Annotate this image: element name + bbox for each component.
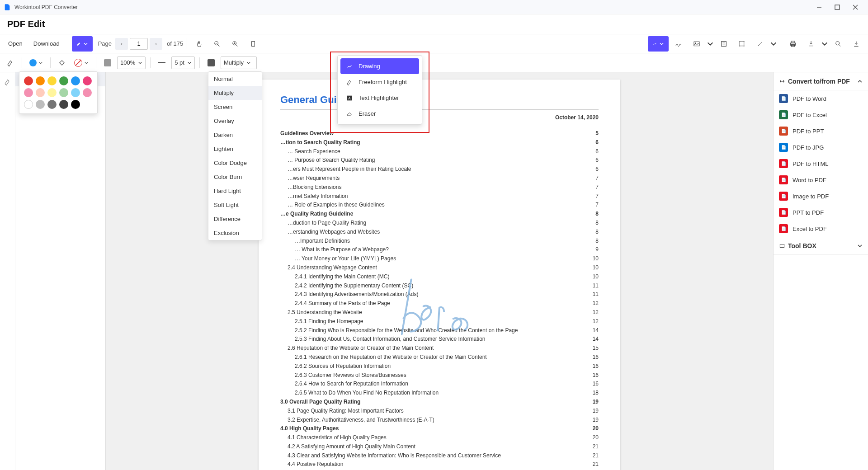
- color-option[interactable]: [83, 88, 92, 97]
- signature-tool[interactable]: [670, 36, 687, 52]
- color-option[interactable]: [83, 76, 92, 85]
- svg-rect-23: [791, 41, 795, 43]
- line-tool[interactable]: [752, 36, 768, 52]
- line-dropdown[interactable]: [770, 36, 777, 52]
- convert-header[interactable]: Convert to/from PDF: [774, 72, 868, 90]
- export-button[interactable]: [803, 36, 819, 52]
- drawing-option[interactable]: Drawing: [340, 58, 419, 74]
- color-option[interactable]: [24, 100, 33, 109]
- color-option[interactable]: [59, 88, 68, 97]
- color-option[interactable]: [47, 88, 57, 97]
- text-highlighter-option[interactable]: AText Highlighter: [340, 90, 419, 106]
- search-button[interactable]: [830, 36, 846, 52]
- blend-icon[interactable]: [204, 56, 218, 70]
- svg-line-27: [839, 44, 840, 46]
- rectangle-tool[interactable]: [734, 36, 750, 52]
- highlight-icon[interactable]: [4, 56, 17, 70]
- blend-option[interactable]: Difference: [208, 212, 262, 226]
- blend-option[interactable]: Soft Light: [208, 198, 262, 212]
- stroke-color-button[interactable]: [27, 56, 46, 70]
- color-option[interactable]: [36, 76, 45, 85]
- stroke-width-select[interactable]: 5 pt: [171, 56, 195, 69]
- stroke-width-icon[interactable]: [155, 56, 169, 70]
- blend-option[interactable]: Exclusion: [208, 226, 262, 240]
- page-label: Page: [98, 40, 112, 47]
- color-option[interactable]: [71, 100, 80, 109]
- blend-option[interactable]: Color Dodge: [208, 156, 262, 170]
- line-icon: [158, 62, 165, 63]
- fill-button[interactable]: [55, 56, 69, 70]
- eraser-option[interactable]: Eraser: [340, 106, 419, 122]
- toc-row: 2.5 Understanding the Website12: [280, 309, 599, 316]
- color-option[interactable]: [36, 100, 45, 109]
- color-option[interactable]: [59, 76, 68, 85]
- convert-option[interactable]: 📄Image to PDF: [774, 188, 868, 204]
- opacity-select[interactable]: 100%: [117, 56, 146, 69]
- blend-option[interactable]: Overlay: [208, 114, 262, 128]
- window-minimize[interactable]: [810, 1, 828, 14]
- chevron-down-icon: [857, 243, 863, 249]
- download-icon-button[interactable]: [848, 36, 864, 52]
- opacity-button[interactable]: [101, 56, 114, 70]
- note-tool[interactable]: [716, 36, 732, 52]
- convert-option[interactable]: 📄PDF to Excel: [774, 107, 868, 123]
- download-button[interactable]: Download: [29, 36, 64, 52]
- blend-option[interactable]: Normal: [208, 72, 262, 86]
- toc-row: …e Quality Rating Guideline8: [280, 210, 599, 218]
- convert-option[interactable]: 📄Excel to PDF: [774, 221, 868, 237]
- color-option[interactable]: [24, 88, 33, 97]
- draw-tool-button[interactable]: [72, 36, 93, 52]
- separator: [50, 57, 51, 68]
- toc-row: 2.6.3 Customer Reviews of Stores/Busines…: [280, 371, 599, 379]
- toc-row: …duction to Page Quality Rating8: [280, 219, 599, 227]
- color-option[interactable]: [59, 100, 68, 109]
- toolbox-header[interactable]: Tool BOX: [774, 237, 868, 255]
- color-option[interactable]: [71, 88, 80, 97]
- print-button[interactable]: [785, 36, 801, 52]
- toc-row: …Important Definitions8: [280, 237, 599, 245]
- blend-option[interactable]: Screen: [208, 100, 262, 114]
- convert-option[interactable]: 📄PPT to PDF: [774, 204, 868, 221]
- blend-option[interactable]: Hard Light: [208, 184, 262, 198]
- freeform-highlight-option[interactable]: Freeform Highlight: [340, 74, 419, 90]
- window-maximize[interactable]: [828, 1, 846, 14]
- open-button[interactable]: Open: [4, 36, 27, 52]
- export-dropdown[interactable]: [821, 36, 828, 52]
- blend-option[interactable]: Color Burn: [208, 170, 262, 184]
- blend-option[interactable]: Darken: [208, 128, 262, 142]
- color-option[interactable]: [47, 100, 57, 109]
- blend-mode-select[interactable]: Multiply: [221, 56, 257, 69]
- zoom-out-button[interactable]: [209, 36, 225, 52]
- color-option[interactable]: [24, 76, 33, 85]
- draw-dropdown-button[interactable]: [648, 36, 669, 52]
- convert-option[interactable]: 📄Word to PDF: [774, 172, 868, 188]
- color-option[interactable]: [36, 88, 45, 97]
- pen-icon[interactable]: [4, 78, 12, 86]
- page-prev-button[interactable]: ‹: [115, 38, 128, 50]
- doc-date: October 14, 2020: [280, 114, 599, 121]
- window-close[interactable]: [846, 1, 864, 14]
- pan-tool[interactable]: [191, 36, 207, 52]
- blend-option[interactable]: Multiply: [208, 86, 262, 100]
- convert-option[interactable]: 📄PDF to JPG: [774, 139, 868, 155]
- page-control: Page ‹ › of 175: [98, 38, 184, 50]
- toc-row: … What is the Purpose of a Webpage?9: [280, 246, 599, 254]
- no-fill-button[interactable]: [71, 56, 91, 70]
- page-input[interactable]: [130, 38, 148, 50]
- convert-option[interactable]: 📄PDF to Word: [774, 90, 868, 107]
- zoom-in-button[interactable]: [227, 36, 243, 52]
- page-total: of 175: [167, 40, 183, 47]
- convert-option[interactable]: 📄PDF to HTML: [774, 155, 868, 172]
- convert-option[interactable]: 📄PDF to PPT: [774, 123, 868, 139]
- right-panel: Convert to/from PDF 📄PDF to Word📄PDF to …: [773, 72, 868, 470]
- fit-page-button[interactable]: [245, 36, 261, 52]
- image-tool[interactable]: [689, 36, 705, 52]
- color-option[interactable]: [47, 76, 57, 85]
- image-dropdown[interactable]: [707, 36, 714, 52]
- toc-row: 2.6.1 Research on the Reputation of the …: [280, 353, 599, 361]
- page-next-button[interactable]: ›: [150, 38, 162, 50]
- document-viewport[interactable]: General Guidelines October 14, 2020 Guid…: [106, 72, 773, 470]
- blend-option[interactable]: Lighten: [208, 142, 262, 156]
- color-option[interactable]: [71, 76, 80, 85]
- table-of-contents: Guidelines Overview5…tion to Search Qual…: [280, 130, 599, 468]
